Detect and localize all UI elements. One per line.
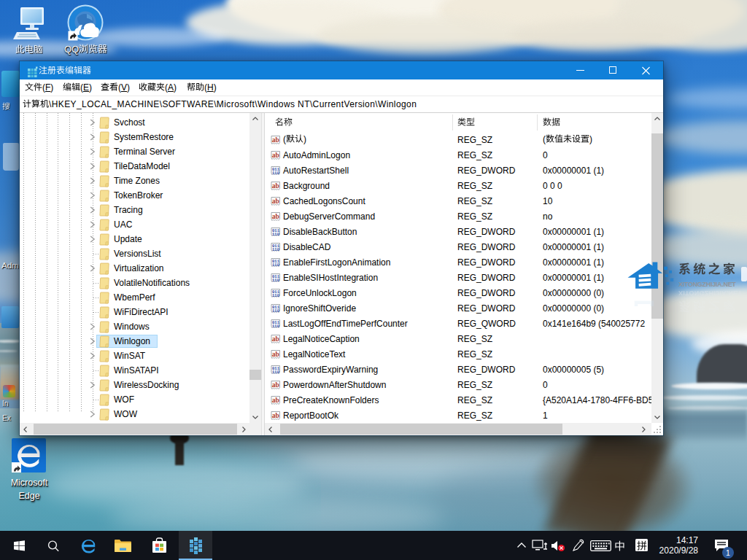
svg-text:110: 110 xyxy=(272,232,280,237)
svg-text:ab: ab xyxy=(272,412,279,419)
svg-text:ab: ab xyxy=(272,136,279,144)
svg-text:ab: ab xyxy=(272,351,279,358)
svg-text:110: 110 xyxy=(272,293,280,298)
svg-text:110: 110 xyxy=(272,247,280,252)
svg-text:ab: ab xyxy=(272,397,279,404)
svg-text:110: 110 xyxy=(272,171,280,176)
svg-text:110: 110 xyxy=(272,308,280,314)
svg-text:ab: ab xyxy=(272,152,279,159)
svg-text:ab: ab xyxy=(272,381,279,389)
svg-text:ab: ab xyxy=(272,182,279,190)
svg-text:110: 110 xyxy=(272,370,280,375)
svg-text:110: 110 xyxy=(272,278,280,283)
svg-text:110: 110 xyxy=(272,324,280,329)
svg-text:ab: ab xyxy=(272,213,279,220)
svg-text:110: 110 xyxy=(272,262,280,268)
svg-text:ab: ab xyxy=(272,335,279,343)
svg-text:ab: ab xyxy=(272,198,279,205)
